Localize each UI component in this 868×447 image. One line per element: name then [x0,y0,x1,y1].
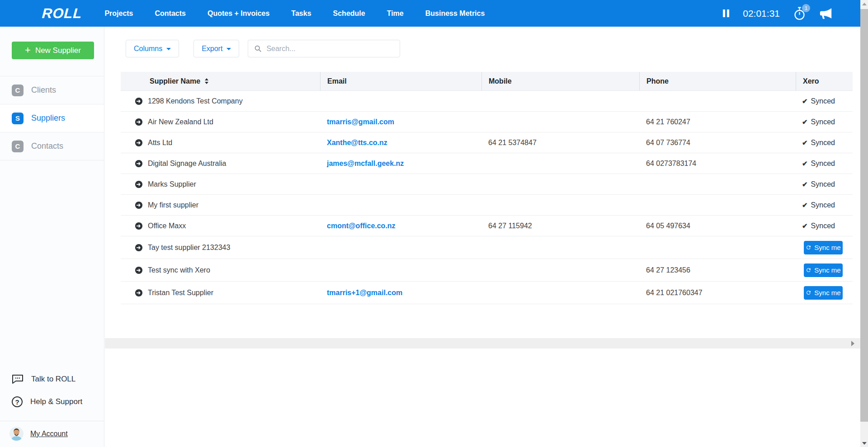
scroll-up-icon[interactable] [860,0,868,8]
check-icon: ✔ [802,118,808,126]
nav-item-time[interactable]: Time [387,9,404,18]
email-link[interactable]: tmarris@gmail.com [327,118,394,126]
xero-cell: ✔Synced [796,160,853,168]
question-mark-icon: ? [12,396,23,407]
email-cell: james@mcfall.geek.nz [320,160,481,168]
supplier-name: Office Maxx [148,222,186,230]
export-dropdown-button[interactable]: Export [193,40,239,57]
open-supplier-icon[interactable] [135,222,143,230]
check-icon: ✔ [802,139,808,147]
sidebar-list: C Clients S Suppliers C Contacts [0,76,104,160]
column-header-supplier-name[interactable]: Supplier Name [121,72,320,90]
supplier-name: My first supplier [148,201,198,209]
main-nav: Projects Contacts Quotes + Invoices Task… [104,9,485,18]
vertical-scrollbar[interactable] [860,0,868,447]
table-row: 1298 Kendons Test Company✔Synced [121,91,853,112]
open-supplier-icon[interactable] [135,180,143,188]
check-icon: ✔ [802,180,808,188]
supplier-name-cell: Air New Zealand Ltd [121,118,320,126]
column-header-mobile[interactable]: Mobile [481,72,639,90]
horizontal-scrollbar[interactable] [105,338,860,348]
sidebar-footer: Talk to ROLL ? Help & Support [0,369,104,447]
table-row: Tristan Test Suppliertmarris+1@gmail.com… [121,282,853,304]
plus-icon: + [25,45,31,55]
sidebar-item-clients[interactable]: C Clients [0,76,104,104]
scroll-right-icon[interactable] [851,341,854,346]
pause-icon[interactable] [723,9,729,17]
table-row: Atts LtdXanthe@tts.co.nz64 21 537484764 … [121,132,853,153]
phone-cell: 64 05 497634 [639,222,796,230]
refresh-icon [806,290,811,296]
app-logo[interactable]: ROLL [42,5,83,22]
open-supplier-icon[interactable] [135,289,143,297]
table-row: Marks Supplier✔Synced [121,174,853,195]
nav-right-group: 02:01:31 1 [723,7,833,20]
refresh-icon [806,245,811,250]
open-supplier-icon[interactable] [135,118,143,126]
email-link[interactable]: Xanthe@tts.co.nz [327,139,387,146]
email-link[interactable]: tmarris+1@gmail.com [327,289,402,296]
supplier-name-cell: Test sync with Xero [121,266,320,274]
open-supplier-icon[interactable] [135,97,143,105]
my-account-row[interactable]: My Account [0,421,104,447]
sync-me-button[interactable]: Sync me [804,263,843,277]
nav-item-contacts[interactable]: Contacts [155,9,186,18]
open-supplier-icon[interactable] [135,139,143,147]
supplier-name-cell: Marks Supplier [121,180,320,188]
timer-display: 02:01:31 [743,8,780,19]
suppliers-icon: S [12,113,24,124]
email-link[interactable]: james@mcfall.geek.nz [327,160,404,167]
supplier-name-cell: Office Maxx [121,222,320,230]
help-support-button[interactable]: ? Help & Support [0,392,104,412]
xero-synced-status: ✔Synced [802,160,835,168]
check-icon: ✔ [802,160,808,168]
nav-item-quotes-invoices[interactable]: Quotes + Invoices [208,9,269,18]
xero-synced-status: ✔Synced [802,139,835,147]
nav-item-projects[interactable]: Projects [104,9,133,18]
scroll-down-icon[interactable] [860,439,868,447]
supplier-name: 1298 Kendons Test Company [148,97,243,105]
open-supplier-icon[interactable] [135,201,143,209]
phone-cell: 64 21 760247 [639,118,796,126]
email-cell: cmont@office.co.nz [320,222,481,230]
nav-item-schedule[interactable]: Schedule [333,9,365,18]
column-header-xero[interactable]: Xero [796,72,853,90]
xero-cell: Sync me [796,241,853,254]
xero-cell: ✔Synced [796,222,853,230]
nav-item-business-metrics[interactable]: Business Metrics [425,9,485,18]
open-supplier-icon[interactable] [135,160,143,168]
supplier-name: Tristan Test Supplier [148,289,213,297]
xero-cell: ✔Synced [796,118,853,126]
my-account-link: My Account [30,430,68,438]
open-supplier-icon[interactable] [135,244,143,252]
xero-synced-status: ✔Synced [802,201,835,209]
sidebar-item-contacts[interactable]: C Contacts [0,132,104,160]
supplier-name-cell: Tay test supplier 2132343 [121,244,320,252]
sidebar-item-suppliers[interactable]: S Suppliers [0,104,104,132]
search-input[interactable] [266,45,400,53]
megaphone-icon[interactable] [819,7,833,19]
open-supplier-icon[interactable] [135,266,143,274]
columns-dropdown-button[interactable]: Columns [126,40,179,57]
column-header-email[interactable]: Email [320,72,481,90]
xero-cell: Sync me [796,263,853,277]
supplier-name: Air New Zealand Ltd [148,118,213,126]
search-icon [254,45,262,52]
email-link[interactable]: cmont@office.co.nz [327,222,396,230]
supplier-name: Tay test supplier 2132343 [148,244,230,252]
column-header-phone[interactable]: Phone [639,72,796,90]
xero-cell: ✔Synced [796,201,853,209]
talk-to-roll-button[interactable]: Talk to ROLL [0,369,104,389]
supplier-name: Test sync with Xero [148,266,210,274]
table-row: Tay test supplier 2132343Sync me [121,236,853,259]
scrollbar-thumb[interactable] [860,9,868,422]
new-supplier-button[interactable]: + New Supplier [12,42,94,59]
sync-me-button[interactable]: Sync me [804,286,843,300]
sync-me-button[interactable]: Sync me [804,241,843,254]
nav-item-tasks[interactable]: Tasks [291,9,311,18]
stopwatch-icon[interactable]: 1 [793,7,806,20]
supplier-name: Marks Supplier [148,180,196,188]
supplier-name-cell: My first supplier [121,201,320,209]
xero-synced-status: ✔Synced [802,97,835,105]
phone-cell: 64 0273783174 [639,160,796,168]
